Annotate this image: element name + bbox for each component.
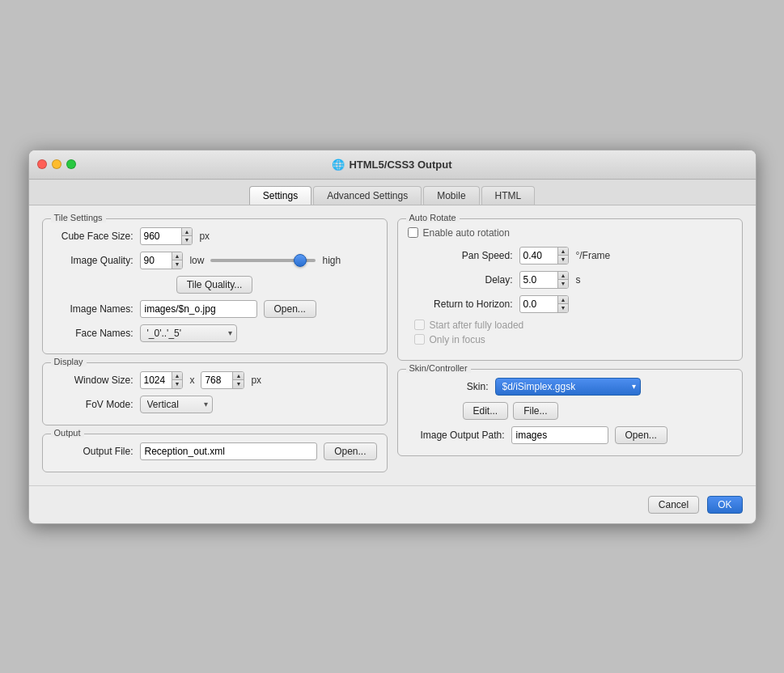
start-after-loaded-row: Start after fully loaded	[414, 320, 732, 331]
skin-file-button[interactable]: File...	[513, 402, 557, 420]
globe-icon: 🌐	[332, 159, 345, 171]
delay-row: Delay: ▲ ▼ s	[408, 271, 732, 289]
fov-mode-select[interactable]: Vertical Horizontal	[140, 396, 213, 413]
window-width-input[interactable]	[141, 372, 172, 388]
quality-high-label: high	[322, 255, 341, 266]
traffic-lights	[37, 159, 76, 169]
main-window: 🌐 HTML5/CSS3 Output Settings Advanced Se…	[28, 150, 756, 524]
image-names-open-button[interactable]: Open...	[264, 300, 316, 318]
titlebar: 🌐 HTML5/CSS3 Output	[29, 150, 756, 180]
cancel-button[interactable]: Cancel	[648, 496, 699, 514]
delay-input[interactable]	[520, 272, 557, 288]
pan-speed-up[interactable]: ▲	[558, 248, 569, 256]
only-in-focus-checkbox[interactable]	[414, 334, 425, 345]
cube-face-size-spinner[interactable]: ▲ ▼	[140, 227, 193, 245]
tile-settings-title: Tile Settings	[51, 213, 106, 222]
skin-buttons-row: Edit... File...	[463, 402, 732, 420]
tile-quality-button[interactable]: Tile Quality...	[176, 276, 253, 294]
window-width-spinner[interactable]: ▲ ▼	[140, 371, 184, 389]
image-quality-input[interactable]	[141, 252, 172, 269]
right-column: Auto Rotate Enable auto rotation Pan Spe…	[397, 218, 743, 472]
output-file-input[interactable]	[140, 442, 318, 460]
quality-slider[interactable]	[210, 259, 316, 262]
window-height-up[interactable]: ▲	[233, 372, 244, 381]
pan-speed-input[interactable]	[520, 248, 557, 264]
return-to-horizon-label: Return to Horizon:	[408, 298, 513, 310]
image-quality-spinner[interactable]: ▲ ▼	[140, 252, 184, 269]
window-height-spinner[interactable]: ▲ ▼	[201, 371, 244, 389]
image-output-path-open-button[interactable]: Open...	[615, 426, 667, 444]
cube-face-size-row: Cube Face Size: ▲ ▼ px	[53, 227, 377, 245]
cube-face-size-arrows: ▲ ▼	[181, 228, 193, 244]
window-height-down[interactable]: ▼	[233, 380, 244, 388]
skin-label: Skin:	[408, 381, 489, 392]
display-section-title: Display	[51, 357, 87, 366]
quality-low-label: low	[189, 255, 204, 266]
close-button[interactable]	[37, 159, 47, 169]
auto-rotate-section: Auto Rotate Enable auto rotation Pan Spe…	[397, 218, 743, 361]
bottom-bar: Cancel OK	[29, 485, 756, 523]
ok-button[interactable]: OK	[707, 496, 742, 514]
tab-settings[interactable]: Settings	[249, 186, 311, 205]
skin-controller-section: Skin/Controller Skin: $d/iSimplex.ggsk ▾…	[397, 369, 743, 456]
return-to-horizon-up[interactable]: ▲	[558, 296, 569, 305]
cube-face-size-input[interactable]	[141, 228, 181, 244]
window-size-x: x	[189, 375, 194, 386]
skin-select-wrap: $d/iSimplex.ggsk ▾	[495, 378, 641, 396]
cube-face-size-unit: px	[199, 231, 210, 242]
tab-html[interactable]: HTML	[481, 186, 536, 205]
skin-row: Skin: $d/iSimplex.ggsk ▾	[408, 378, 732, 396]
output-file-row: Output File: Open...	[53, 442, 377, 460]
tab-advanced-settings[interactable]: Advanced Settings	[313, 186, 422, 205]
output-open-button[interactable]: Open...	[324, 442, 376, 460]
skin-controller-title: Skin/Controller	[406, 363, 471, 373]
tile-settings-section: Tile Settings Cube Face Size: ▲ ▼ px	[42, 218, 388, 354]
window-size-row: Window Size: ▲ ▼ x ▲ ▼	[53, 371, 377, 389]
start-after-loaded-label: Start after fully loaded	[430, 320, 524, 331]
image-quality-label: Image Quality:	[53, 255, 133, 266]
face-names-select[interactable]: '_0'..'_5'	[140, 324, 237, 342]
output-file-label: Output File:	[53, 446, 133, 457]
image-output-path-row: Image Output Path: Open...	[408, 426, 732, 444]
return-to-horizon-spinner[interactable]: ▲ ▼	[519, 295, 570, 313]
start-after-loaded-checkbox[interactable]	[414, 320, 425, 330]
return-to-horizon-arrows: ▲ ▼	[557, 296, 569, 312]
maximize-button[interactable]	[66, 159, 76, 169]
window-height-input[interactable]	[201, 372, 232, 388]
image-quality-down[interactable]: ▼	[172, 260, 183, 269]
delay-arrows: ▲ ▼	[557, 272, 569, 288]
cube-face-size-up[interactable]: ▲	[182, 228, 193, 237]
output-section: Output Output File: Open...	[42, 434, 388, 472]
image-names-label: Image Names:	[53, 303, 133, 315]
image-quality-arrows: ▲ ▼	[172, 252, 183, 269]
pan-speed-arrows: ▲ ▼	[557, 248, 569, 264]
quality-slider-row: low high	[189, 255, 341, 266]
delay-spinner[interactable]: ▲ ▼	[519, 271, 570, 289]
only-in-focus-label: Only in focus	[430, 334, 485, 345]
display-section: Display Window Size: ▲ ▼ x	[42, 362, 388, 425]
left-column: Tile Settings Cube Face Size: ▲ ▼ px	[42, 218, 388, 472]
minimize-button[interactable]	[52, 159, 61, 169]
output-section-title: Output	[51, 428, 84, 438]
skin-select[interactable]: $d/iSimplex.ggsk	[495, 378, 641, 396]
image-output-path-input[interactable]	[511, 426, 608, 444]
cube-face-size-down[interactable]: ▼	[182, 236, 193, 244]
window-width-down[interactable]: ▼	[172, 380, 183, 388]
window-width-up[interactable]: ▲	[172, 372, 183, 381]
fov-mode-select-wrap: Vertical Horizontal ▾	[140, 396, 213, 413]
image-names-input[interactable]	[140, 300, 257, 318]
return-to-horizon-input[interactable]	[520, 296, 557, 312]
fov-mode-label: FoV Mode:	[53, 399, 133, 410]
image-quality-up[interactable]: ▲	[172, 252, 183, 261]
pan-speed-row: Pan Speed: ▲ ▼ °/Frame	[408, 247, 732, 265]
pan-speed-spinner[interactable]: ▲ ▼	[519, 247, 570, 265]
return-to-horizon-down[interactable]: ▼	[558, 304, 569, 312]
delay-down[interactable]: ▼	[558, 280, 569, 288]
auto-rotate-title: Auto Rotate	[406, 213, 460, 222]
image-names-row: Image Names: Open...	[53, 300, 377, 318]
skin-edit-button[interactable]: Edit...	[463, 402, 509, 420]
pan-speed-down[interactable]: ▼	[558, 256, 569, 264]
tab-mobile[interactable]: Mobile	[423, 186, 479, 205]
enable-auto-rotation-checkbox[interactable]	[408, 227, 418, 238]
delay-up[interactable]: ▲	[558, 272, 569, 281]
